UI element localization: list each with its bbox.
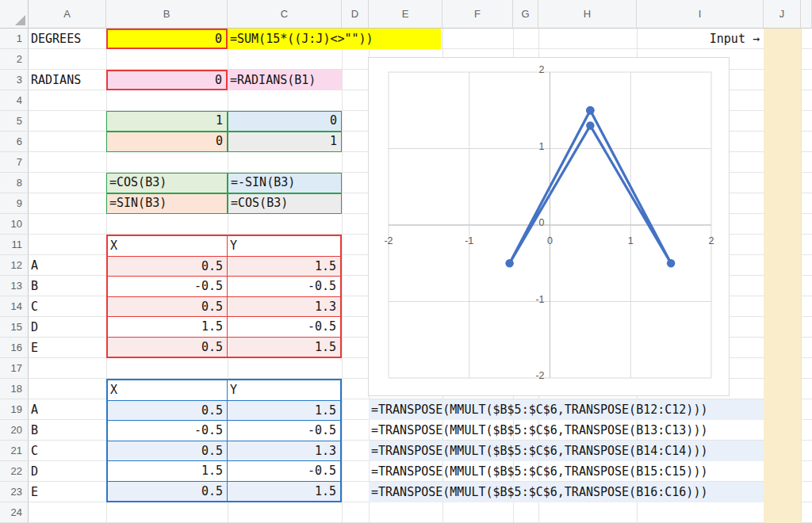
input-column-j[interactable] (764, 29, 801, 523)
cell-c23[interactable]: 1.5 (228, 482, 340, 502)
cell-i1-input-label[interactable]: Input → (637, 29, 764, 49)
cell-b1-degrees-value[interactable]: 0 (106, 29, 228, 49)
row-label-a19[interactable]: A (29, 399, 106, 420)
column-header-D[interactable]: D (342, 0, 369, 29)
cell-a1-degrees-label[interactable]: DEGREES (29, 29, 106, 49)
cell-a3-radians-label[interactable]: RADIANS (29, 70, 106, 90)
row-label-a23[interactable]: E (29, 482, 106, 502)
row-header-5[interactable]: 5 (0, 111, 29, 132)
output-table-header-x[interactable]: X (108, 380, 228, 400)
cell-c1-degrees-formula[interactable]: =SUM(15*((J:J)<>"")) (228, 29, 441, 49)
chart-x-tick-label: 1 (628, 235, 634, 246)
cell-b13[interactable]: -0.5 (108, 277, 228, 296)
table-row: 1.5 -0.5 (108, 316, 340, 337)
row-header-7[interactable]: 7 (0, 152, 29, 173)
cell-e20-transpose-formula[interactable]: =TRANSPOSE(MMULT($B$5:$C$6,TRANSPOSE(B13… (369, 420, 764, 441)
row-header-18[interactable]: 18 (0, 379, 29, 399)
cell-b22[interactable]: 1.5 (108, 461, 228, 481)
row-header-24[interactable]: 24 (0, 502, 29, 523)
cell-c15[interactable]: -0.5 (228, 317, 340, 337)
row-header-9[interactable]: 9 (0, 193, 29, 214)
output-table-header-y[interactable]: Y (228, 380, 340, 400)
row-header-2[interactable]: 2 (0, 49, 29, 70)
cell-b8-cos-formula[interactable]: =COS(B3) (106, 173, 228, 193)
cell-b20[interactable]: -0.5 (108, 421, 228, 441)
cell-e21-transpose-formula[interactable]: =TRANSPOSE(MMULT($B$5:$C$6,TRANSPOSE(B14… (369, 441, 764, 461)
row-header-6[interactable]: 6 (0, 132, 29, 152)
cell-c13[interactable]: -0.5 (228, 277, 340, 296)
column-header-G[interactable]: G (513, 0, 538, 29)
cell-b14[interactable]: 0.5 (108, 297, 228, 317)
cell-c8-negsin-formula[interactable]: =-SIN(B3) (228, 173, 342, 193)
cell-c21[interactable]: 1.3 (228, 441, 340, 461)
row-header-4[interactable]: 4 (0, 90, 29, 111)
cell-e19-transpose-formula[interactable]: =TRANSPOSE(MMULT($B$5:$C$6,TRANSPOSE(B12… (369, 399, 764, 420)
cell-c14[interactable]: 1.3 (228, 297, 340, 317)
row-header-14[interactable]: 14 (0, 296, 29, 317)
cell-b19[interactable]: 0.5 (108, 401, 228, 421)
cell-b12[interactable]: 0.5 (108, 257, 228, 277)
row-header-22[interactable]: 22 (0, 461, 29, 482)
cell-b15[interactable]: 1.5 (108, 317, 228, 337)
row-header-1[interactable]: 1 (0, 29, 29, 49)
cell-b9-sin-formula[interactable]: =SIN(B3) (106, 193, 228, 214)
row-header-10[interactable]: 10 (0, 214, 29, 235)
cell-b3-radians-value[interactable]: 0 (106, 70, 228, 90)
row-header-16[interactable]: 16 (0, 338, 29, 358)
row-header-21[interactable]: 21 (0, 441, 29, 461)
column-header-H[interactable]: H (538, 0, 637, 29)
table-row: 0.5 1.5 (108, 256, 340, 277)
chart-data-marker (586, 106, 594, 114)
chart-y-tick-label: 1 (539, 141, 545, 152)
row-label-a22[interactable]: D (29, 461, 106, 482)
row-header-11[interactable]: 11 (0, 235, 29, 255)
cell-c16[interactable]: 1.5 (228, 338, 340, 357)
input-table-header-x[interactable]: X (108, 236, 228, 256)
row-header-20[interactable]: 20 (0, 420, 29, 441)
cell-e22-transpose-formula[interactable]: =TRANSPOSE(MMULT($B$5:$C$6,TRANSPOSE(B15… (369, 461, 764, 482)
input-table-header-y[interactable]: Y (228, 236, 340, 256)
row-label-a12[interactable]: A (29, 255, 106, 276)
cell-b23[interactable]: 0.5 (108, 482, 228, 502)
row-label-a21[interactable]: C (29, 441, 106, 461)
column-header-J[interactable]: J (764, 0, 801, 29)
cell-c12[interactable]: 1.5 (228, 257, 340, 277)
row-header-15[interactable]: 15 (0, 317, 29, 338)
row-label-a15[interactable]: D (29, 317, 106, 338)
column-header-E[interactable]: E (369, 0, 442, 29)
cell-c3-radians-formula[interactable]: =RADIANS(B1) (228, 70, 342, 90)
cell-b5-matrix-value[interactable]: 1 (106, 111, 228, 132)
cell-c20[interactable]: -0.5 (228, 421, 340, 441)
column-header-B[interactable]: B (106, 0, 228, 29)
column-header-partial[interactable] (801, 0, 812, 29)
table-row: 0.5 1.5 (108, 337, 340, 357)
xy-scatter-chart[interactable]: -2-1012210-1-2 (368, 57, 730, 396)
row-header-3[interactable]: 3 (0, 70, 29, 90)
table-row: 0.5 1.5 (108, 481, 340, 502)
column-header-C[interactable]: C (228, 0, 342, 29)
cell-c5-matrix-value[interactable]: 0 (228, 111, 342, 132)
cell-b21[interactable]: 0.5 (108, 441, 228, 461)
row-header-23[interactable]: 23 (0, 482, 29, 502)
row-label-a20[interactable]: B (29, 420, 106, 441)
chart-x-tick-label: -2 (384, 235, 393, 246)
cell-e23-transpose-formula[interactable]: =TRANSPOSE(MMULT($B$5:$C$6,TRANSPOSE(B16… (369, 482, 764, 502)
cell-b6-matrix-value[interactable]: 0 (106, 132, 228, 152)
column-header-F[interactable]: F (442, 0, 513, 29)
column-header-A[interactable]: A (29, 0, 106, 29)
row-label-a16[interactable]: E (29, 338, 106, 358)
cell-b16[interactable]: 0.5 (108, 338, 228, 357)
select-all-corner[interactable] (0, 0, 29, 29)
cell-c9-cos-formula[interactable]: =COS(B3) (228, 193, 342, 214)
cell-c22[interactable]: -0.5 (228, 461, 340, 481)
row-header-19[interactable]: 19 (0, 399, 29, 420)
row-header-8[interactable]: 8 (0, 173, 29, 193)
row-label-a14[interactable]: C (29, 296, 106, 317)
row-label-a13[interactable]: B (29, 276, 106, 296)
cell-c19[interactable]: 1.5 (228, 401, 340, 421)
cell-c6-matrix-value[interactable]: 1 (228, 132, 342, 152)
row-header-13[interactable]: 13 (0, 276, 29, 296)
column-header-I[interactable]: I (637, 0, 764, 29)
row-header-17[interactable]: 17 (0, 358, 29, 379)
row-header-12[interactable]: 12 (0, 255, 29, 276)
